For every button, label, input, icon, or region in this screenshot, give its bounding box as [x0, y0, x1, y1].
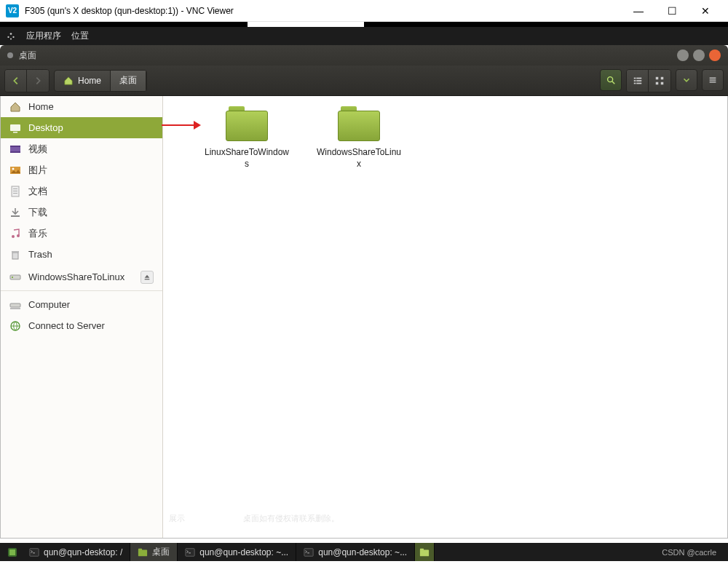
sidebar-item-computer[interactable]: Computer [1, 294, 162, 315]
title-shadow [0, 22, 728, 27]
terminal-icon [185, 547, 195, 557]
svg-rect-23 [10, 151, 20, 153]
sidebar-item-pictures[interactable]: 图片 [1, 159, 162, 180]
music-icon [9, 228, 21, 239]
folder-label: LinuxShareToWindows [203, 147, 290, 170]
connect-icon [9, 320, 21, 332]
folder-item[interactable]: LinuxShareToWindows [199, 106, 294, 170]
taskbar-start-button[interactable] [3, 547, 22, 558]
window-menu-icon [7, 52, 13, 58]
sidebar-item-trash[interactable]: Trash [1, 244, 162, 265]
view-options-button[interactable] [676, 69, 697, 91]
taskbar-item-terminal[interactable]: qun@qun-desktop: ~... [178, 543, 296, 561]
sidebar-item-label: Connect to Server [28, 320, 105, 331]
panel-applications-menu[interactable]: 应用程序 [26, 30, 61, 42]
taskbar-item-terminal[interactable]: qun@qun-desktop: / [22, 543, 130, 561]
content-area[interactable]: LinuxShareToWindows WindowsShareToLinux … [163, 96, 727, 538]
svg-rect-39 [10, 308, 20, 309]
documents-icon [9, 186, 21, 197]
sidebar-item-documents[interactable]: 文档 [1, 180, 162, 202]
sidebar-item-label: 文档 [28, 185, 47, 198]
gnome-top-panel: 应用程序 位置 [0, 27, 728, 45]
svg-rect-43 [9, 549, 15, 555]
list-icon [633, 76, 643, 86]
sidebar-item-music[interactable]: 音乐 [1, 223, 162, 244]
svg-point-32 [17, 234, 20, 237]
svg-point-1 [7, 36, 9, 37]
arrow-annotation-icon [160, 118, 202, 132]
svg-rect-17 [710, 79, 716, 80]
sidebar-item-home[interactable]: Home [1, 96, 162, 117]
svg-rect-11 [636, 82, 641, 84]
hamburger-menu-button[interactable] [702, 69, 724, 91]
view-grid-button[interactable] [649, 70, 670, 92]
svg-rect-13 [661, 76, 664, 79]
panel-places-menu[interactable]: 位置 [71, 30, 89, 42]
svg-rect-30 [11, 215, 20, 217]
svg-point-0 [10, 33, 12, 35]
svg-rect-14 [656, 82, 659, 84]
back-button[interactable] [5, 70, 27, 92]
taskbar-item-label: qun@qun-desktop: / [44, 547, 122, 557]
hamburger-icon [708, 75, 718, 85]
sidebar-item-label: WindowsShareToLinux [28, 271, 124, 282]
file-manager-toolbar: Home 桌面 [0, 65, 728, 96]
folder-item[interactable]: WindowsShareToLinux [312, 106, 406, 170]
breadcrumb-home[interactable]: Home [55, 71, 111, 91]
svg-rect-48 [304, 548, 313, 556]
chevron-down-icon [681, 75, 692, 85]
sidebar-item-label: 图片 [28, 164, 47, 177]
sidebar-item-label: 音乐 [28, 227, 47, 240]
taskbar-tray-file-manager[interactable] [415, 543, 435, 561]
computer-icon [9, 299, 21, 311]
svg-rect-44 [30, 548, 39, 556]
svg-rect-47 [186, 548, 194, 556]
breadcrumb-current[interactable]: 桌面 [111, 71, 146, 91]
sidebar-separator [1, 290, 162, 291]
terminal-icon [304, 547, 314, 557]
taskbar-item-label: qun@qun-desktop: ~... [199, 547, 288, 557]
vnc-close-button[interactable]: ✕ [689, 0, 722, 22]
system-icon [6, 31, 16, 41]
svg-rect-49 [420, 549, 429, 556]
svg-rect-45 [138, 549, 147, 556]
vnc-maximize-button[interactable]: ☐ [655, 0, 689, 22]
svg-rect-6 [633, 77, 636, 79]
svg-rect-22 [10, 146, 20, 147]
search-button[interactable] [600, 69, 622, 91]
svg-rect-8 [633, 80, 636, 82]
svg-rect-18 [710, 82, 716, 82]
ghost-text: 桌面如有侵权请联系删除。 [243, 513, 339, 524]
view-list-button[interactable] [627, 70, 649, 92]
vnc-titlebar: V2 F305 (qun's X desktop (qun-desktop:1)… [0, 0, 728, 22]
svg-point-36 [12, 277, 13, 278]
sidebar-item-desktop[interactable]: Desktop [1, 117, 162, 138]
sidebar-item-videos[interactable]: 视频 [1, 138, 162, 159]
sidebar: Home Desktop 视频 图片 文档 下载 音乐 Trash [1, 96, 163, 538]
file-manager-titlebar[interactable]: 桌面 [0, 45, 728, 65]
eject-button[interactable] [141, 271, 154, 284]
sidebar-item-downloads[interactable]: 下载 [1, 202, 162, 223]
forward-button[interactable] [27, 70, 49, 92]
terminal-icon [29, 547, 39, 557]
fm-minimize-button[interactable] [677, 49, 689, 61]
vnc-logo-icon: V2 [6, 4, 19, 17]
taskbar-item-label: qun@qun-desktop: ~... [318, 547, 407, 557]
svg-rect-37 [145, 279, 150, 279]
svg-rect-33 [12, 253, 18, 259]
taskbar-item-file-manager[interactable]: 桌面 [130, 543, 178, 561]
taskbar-item-terminal[interactable]: qun@qun-desktop: ~... [296, 543, 415, 561]
sidebar-item-connect-server[interactable]: Connect to Server [1, 315, 162, 336]
fm-maximize-button[interactable] [693, 49, 705, 61]
home-icon [9, 101, 21, 113]
trash-icon [9, 249, 21, 261]
svg-rect-46 [138, 548, 142, 550]
taskbar: qun@qun-desktop: / 桌面 qun@qun-desktop: ~… [0, 543, 728, 561]
file-manager-icon [138, 547, 148, 557]
sidebar-item-network-drive[interactable]: WindowsShareToLinux [1, 266, 162, 287]
file-manager-title: 桌面 [19, 49, 36, 62]
svg-rect-19 [10, 124, 20, 131]
svg-rect-27 [13, 188, 17, 189]
fm-close-button[interactable] [709, 49, 721, 61]
vnc-minimize-button[interactable]: — [622, 0, 655, 22]
